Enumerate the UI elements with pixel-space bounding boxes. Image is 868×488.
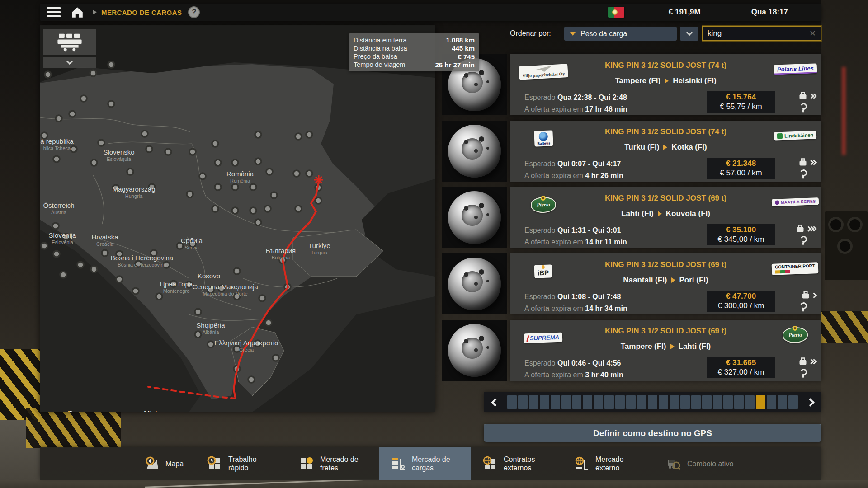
city-dot[interactable] xyxy=(255,219,261,225)
city-dot[interactable] xyxy=(146,146,152,152)
city-dot[interactable] xyxy=(295,133,302,140)
cargo-thumbnail[interactable] xyxy=(442,253,507,314)
city-dot[interactable] xyxy=(63,234,69,240)
prev-page-button[interactable] xyxy=(486,394,504,410)
search-input[interactable] xyxy=(708,29,809,38)
city-dot[interactable] xyxy=(91,160,97,166)
next-page-button[interactable] xyxy=(802,394,819,410)
city-dot[interactable] xyxy=(234,293,240,300)
city-dot[interactable] xyxy=(293,170,300,177)
page-block[interactable] xyxy=(604,395,614,409)
city-dot[interactable] xyxy=(127,169,133,175)
city-dot[interactable] xyxy=(266,169,273,175)
page-block[interactable] xyxy=(615,395,625,409)
city-dot[interactable] xyxy=(232,160,238,166)
sort-dropdown[interactable]: Peso da carga xyxy=(564,27,677,41)
sort-expand-button[interactable] xyxy=(680,27,698,41)
page-block[interactable] xyxy=(702,395,712,409)
city-dot[interactable] xyxy=(208,341,214,347)
city-dot[interactable] xyxy=(189,149,196,155)
clear-search-icon[interactable]: ✕ xyxy=(809,28,816,38)
city-dot[interactable] xyxy=(218,285,225,291)
page-block[interactable] xyxy=(713,395,722,409)
city-dot[interactable] xyxy=(108,61,114,68)
city-dot[interactable] xyxy=(53,156,60,162)
city-dot[interactable] xyxy=(212,206,218,212)
page-block[interactable] xyxy=(637,395,646,409)
city-dot[interactable] xyxy=(170,281,177,287)
page-block[interactable] xyxy=(572,395,582,409)
page-block[interactable] xyxy=(680,395,690,409)
nav-tab-mapa[interactable]: Mapa xyxy=(132,447,195,480)
city-dot[interactable] xyxy=(306,170,312,177)
page-block[interactable] xyxy=(723,395,733,409)
page-block[interactable] xyxy=(561,395,571,409)
collapse-panel-button[interactable] xyxy=(43,57,96,68)
city-dot[interactable] xyxy=(41,132,47,139)
page-block-active[interactable] xyxy=(756,395,765,409)
city-dot[interactable] xyxy=(142,131,148,137)
city-dot[interactable] xyxy=(264,206,271,212)
cargo-offer-card[interactable]: Suprema KING PIN 3 1/2 SOLID JOST (69 t)… xyxy=(510,320,821,381)
city-dot[interactable] xyxy=(108,101,114,107)
page-block[interactable] xyxy=(767,395,776,409)
menu-button[interactable] xyxy=(47,7,61,17)
city-dot[interactable] xyxy=(189,241,196,247)
city-dot[interactable] xyxy=(149,184,155,190)
city-dot[interactable] xyxy=(215,184,221,190)
page-block[interactable] xyxy=(659,395,668,409)
city-dot[interactable] xyxy=(98,140,104,146)
city-dot[interactable] xyxy=(273,355,279,361)
city-dot[interactable] xyxy=(156,293,162,300)
city-dot[interactable] xyxy=(116,251,123,257)
page-block[interactable] xyxy=(626,395,636,409)
nav-tab-trabalho-rapido[interactable]: Trabalho rápido xyxy=(195,447,287,480)
page-block[interactable] xyxy=(648,395,657,409)
page-block[interactable] xyxy=(529,395,538,409)
city-dot[interactable] xyxy=(163,262,170,268)
city-dot[interactable] xyxy=(295,206,302,212)
city-dot[interactable] xyxy=(165,149,171,155)
city-dot[interactable] xyxy=(187,191,193,197)
city-dot[interactable] xyxy=(90,70,96,76)
city-dot[interactable] xyxy=(116,276,123,282)
city-dot[interactable] xyxy=(199,173,206,179)
city-dot[interactable] xyxy=(255,158,261,164)
page-block[interactable] xyxy=(540,395,549,409)
city-dot[interactable] xyxy=(91,266,97,272)
city-dot[interactable] xyxy=(259,295,265,301)
city-dot[interactable] xyxy=(208,287,214,293)
city-dot[interactable] xyxy=(60,272,66,278)
page-block[interactable] xyxy=(788,395,798,409)
city-dot[interactable] xyxy=(250,207,256,214)
city-dot[interactable] xyxy=(177,243,183,249)
page-block[interactable] xyxy=(691,395,701,409)
city-dot[interactable] xyxy=(306,131,312,138)
city-dot[interactable] xyxy=(41,243,47,249)
page-block[interactable] xyxy=(518,395,528,409)
home-button[interactable] xyxy=(71,6,84,19)
nav-tab-contratos-externos[interactable]: Contratos externos xyxy=(471,447,562,480)
city-dot[interactable] xyxy=(212,141,218,147)
city-dot[interactable] xyxy=(250,184,256,190)
cargo-offer-card[interactable]: Balteus KING PIN 3 1/2 SOLID JOST (74 t)… xyxy=(510,121,821,182)
city-dot[interactable] xyxy=(265,319,272,326)
page-block[interactable] xyxy=(734,395,744,409)
city-dot[interactable] xyxy=(186,282,192,288)
page-block[interactable] xyxy=(594,395,603,409)
city-dot[interactable] xyxy=(71,146,77,152)
help-button[interactable]: ? xyxy=(188,6,200,18)
city-dot[interactable] xyxy=(53,251,60,257)
trailer-toggle-button[interactable] xyxy=(43,29,96,55)
city-dot[interactable] xyxy=(195,309,201,315)
page-block[interactable] xyxy=(745,395,755,409)
page-block[interactable] xyxy=(507,395,517,409)
city-dot[interactable] xyxy=(52,223,59,229)
city-dot[interactable] xyxy=(56,115,62,122)
city-dot[interactable] xyxy=(255,340,261,347)
set-gps-destination-button[interactable]: Definir como destino no GPS xyxy=(484,424,821,442)
city-dot[interactable] xyxy=(232,207,238,214)
city-dot[interactable] xyxy=(248,376,255,383)
cargo-offer-card[interactable]: Viljo paperitehdas Oy KING PIN 3 1/2 SOL… xyxy=(510,54,821,115)
city-dot[interactable] xyxy=(135,261,142,267)
